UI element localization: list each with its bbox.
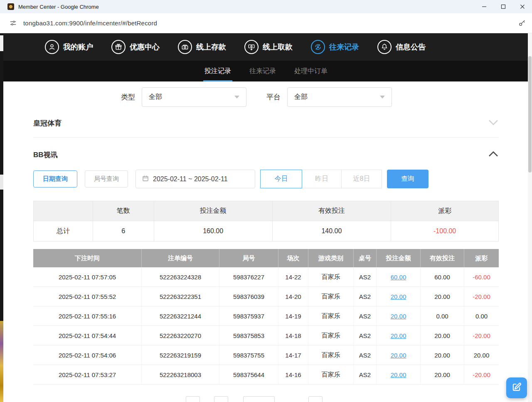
edit-icon (511, 382, 522, 394)
chevron-down-icon (234, 96, 239, 99)
table-number-cell: AS2 (354, 287, 377, 306)
page-body: 类型 全部 平台 全部 皇冠体育 BB视讯 (3, 87, 529, 402)
bet-time-cell: 2025-02-11 07:57:05 (33, 267, 142, 286)
section-title: BB视讯 (33, 150, 58, 160)
summary-header-empty (34, 201, 93, 221)
summary-valid: 140.00 (273, 221, 392, 242)
date-shortcut-group: 今日 昨日 近8日 (260, 170, 382, 188)
platform-dropdown[interactable]: 全部 (287, 87, 392, 107)
pagination (186, 396, 499, 402)
bet-records-table: 下注时间 注单编号 局号 场次 游戏类别 桌号 投注金额 有效投注 派彩 202… (33, 249, 499, 385)
window-controls (475, 0, 532, 13)
bet-amount-link[interactable]: 20.00 (391, 371, 406, 378)
tab-bet-records[interactable]: 投注记录 (203, 61, 232, 81)
maximize-button[interactable] (494, 0, 513, 13)
yesterday-button[interactable]: 昨日 (302, 170, 342, 188)
bet-number-cell: 522263221244 (142, 306, 219, 326)
bet-amount-link[interactable]: 20.00 (391, 352, 406, 359)
url-text[interactable]: tongbao31.com:9900/infe/mcenter/#/betRec… (23, 20, 157, 27)
date-range-value: 2025-02-11 ~ 2025-02-11 (153, 175, 228, 183)
summary-count: 6 (93, 221, 154, 242)
header-table-number: 桌号 (354, 249, 377, 267)
game-type-cell: 百家乐 (308, 326, 354, 345)
nav-item-my-account[interactable]: 我的账户 (45, 40, 93, 54)
table-number-cell: AS2 (354, 267, 377, 286)
password-key-icon[interactable] (518, 19, 526, 27)
bet-time-cell: 2025-02-11 07:55:52 (33, 287, 142, 306)
game-type-cell: 百家乐 (308, 267, 354, 286)
nav-item-withdraw[interactable]: 线上取款 (244, 40, 293, 54)
pagination-size-select[interactable] (243, 396, 275, 402)
date-query-button[interactable]: 日期查询 (33, 170, 77, 187)
pagination-next-button[interactable] (308, 396, 323, 402)
header-bet-time: 下注时间 (33, 249, 142, 267)
header-session: 场次 (278, 249, 308, 267)
valid-bet-cell: 0.00 (421, 306, 464, 326)
bet-number-cell: 522263224328 (142, 267, 219, 286)
scrollbar-thumb[interactable] (528, 56, 532, 173)
search-button[interactable]: 查询 (387, 170, 429, 188)
bet-time-cell: 2025-02-11 07:54:06 (33, 345, 142, 365)
nav-item-label: 往来记录 (329, 42, 359, 52)
query-controls: 日期查询 局号查询 2025-02-11 ~ 2025-02-11 今日 昨日 … (33, 170, 499, 188)
nav-item-records[interactable]: 往来记录 (311, 40, 359, 54)
minimize-button[interactable] (475, 0, 494, 13)
dropdown-value: 全部 (149, 93, 162, 101)
table-row: 2025-02-11 07:55:16 522263221244 5983759… (33, 306, 499, 326)
dropdown-value: 全部 (294, 93, 308, 101)
scrollbar[interactable] (528, 33, 532, 402)
nav-item-promotions[interactable]: 优惠中心 (111, 40, 160, 54)
tab-processing-orders[interactable]: 处理中订单 (293, 61, 329, 81)
bet-amount-link[interactable]: 60.00 (391, 274, 406, 281)
session-cell: 14-17 (278, 345, 308, 365)
browser-viewport: 我的账户 优惠中心 线上存款 (3, 33, 529, 402)
summary-header-count: 笔数 (93, 201, 154, 221)
table-number-cell: AS2 (354, 365, 377, 384)
address-bar: tongbao31.com:9900/infe/mcenter/#/betRec… (0, 13, 532, 33)
summary-total-row: 总计 6 160.00 140.00 -100.00 (34, 221, 499, 242)
window-title: Member Center - Google Chrome (18, 4, 99, 10)
main-nav: 我的账户 优惠中心 线上存款 (3, 33, 529, 61)
table-row: 2025-02-11 07:53:27 522263218003 5983756… (33, 365, 499, 385)
bet-number-cell: 522263222351 (142, 287, 219, 306)
transaction-record-icon (311, 40, 325, 54)
nav-item-label: 我的账户 (63, 42, 93, 52)
valid-bet-cell: 20.00 (421, 326, 464, 345)
type-dropdown[interactable]: 全部 (142, 87, 246, 107)
header-valid-bet: 有效投注 (421, 249, 464, 267)
section-title: 皇冠体育 (33, 118, 62, 128)
site-settings-icon[interactable] (6, 17, 20, 29)
pagination-prev-button[interactable] (186, 396, 200, 402)
bet-amount-link[interactable]: 20.00 (391, 313, 406, 320)
payout-cell: -20.00 (464, 365, 499, 384)
nav-item-announcements[interactable]: 信息公告 (377, 40, 426, 54)
section-crown-sports[interactable]: 皇冠体育 (33, 118, 499, 138)
summary-header-row: 笔数 投注金额 有效投注 派彩 (34, 201, 499, 221)
bet-amount-link[interactable]: 20.00 (391, 332, 406, 339)
summary-total-label: 总计 (34, 221, 93, 242)
site-favicon-icon (7, 3, 14, 10)
pagination-page-button[interactable] (214, 396, 228, 402)
round-query-button[interactable]: 局号查询 (85, 170, 128, 187)
section-bb-video[interactable]: BB视讯 (33, 150, 499, 160)
payout-cell: -20.00 (464, 326, 499, 345)
screen: Member Center - Google Chrome tongbao31.… (0, 0, 532, 402)
last8days-button[interactable]: 近8日 (341, 170, 382, 188)
bet-amount-link[interactable]: 20.00 (391, 293, 406, 300)
bet-time-cell: 2025-02-11 07:54:44 (33, 326, 142, 345)
close-button[interactable] (513, 0, 532, 13)
nav-item-deposit[interactable]: 线上存款 (178, 40, 226, 54)
gift-icon (111, 40, 126, 54)
valid-bet-cell: 20.00 (421, 287, 464, 306)
tab-transaction-records[interactable]: 往来记录 (248, 61, 277, 81)
today-button[interactable]: 今日 (260, 170, 302, 188)
chevron-up-icon[interactable] (488, 151, 499, 159)
date-range-input[interactable]: 2025-02-11 ~ 2025-02-11 (135, 170, 255, 188)
summary-table: 笔数 投注金额 有效投注 派彩 总计 6 160.00 140.00 -100.… (33, 201, 499, 242)
bet-number-cell: 522263220270 (142, 326, 219, 345)
feedback-fab-button[interactable] (506, 377, 527, 398)
deposit-icon (178, 40, 192, 54)
table-number-cell: AS2 (354, 345, 377, 365)
chevron-down-icon[interactable] (488, 119, 499, 127)
background-fragment (0, 175, 3, 190)
